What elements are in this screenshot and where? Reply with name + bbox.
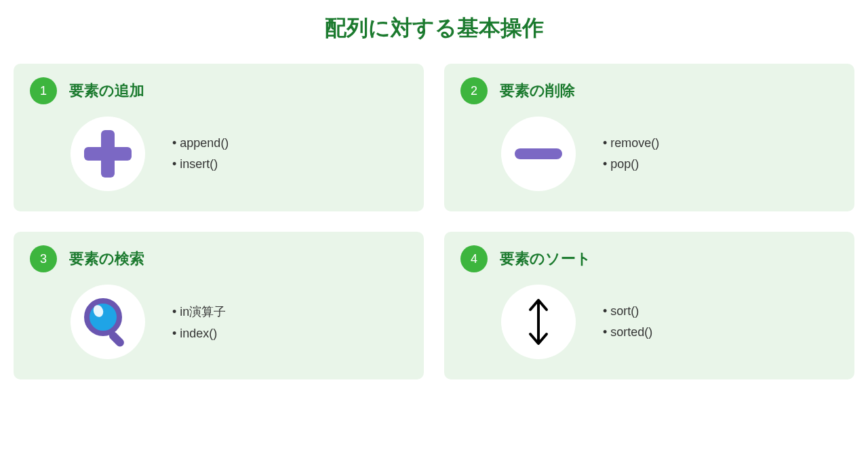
card-number-badge: 3 xyxy=(30,245,57,272)
svg-point-0 xyxy=(87,301,119,333)
card-header: 1 要素の追加 xyxy=(30,77,408,104)
card-title: 要素の検索 xyxy=(69,249,144,269)
card-body: in演算子 index() xyxy=(30,285,408,359)
bullet-item: pop() xyxy=(603,157,659,171)
bullet-item: index() xyxy=(172,327,226,341)
minus-icon xyxy=(501,117,576,191)
bullet-list: in演算子 index() xyxy=(172,304,226,341)
bullet-list: remove() pop() xyxy=(603,136,659,171)
bullet-item: remove() xyxy=(603,136,659,150)
search-icon xyxy=(71,285,145,359)
bullet-item: in演算子 xyxy=(172,304,226,320)
card-header: 2 要素の削除 xyxy=(460,77,838,104)
cards-grid: 1 要素の追加 append() insert() 2 要素の削除 remove… xyxy=(7,64,861,379)
card-remove: 2 要素の削除 remove() pop() xyxy=(444,64,854,211)
page-title: 配列に対する基本操作 xyxy=(7,14,861,43)
card-body: sort() sorted() xyxy=(460,285,838,359)
card-title: 要素の追加 xyxy=(69,81,144,101)
bullet-list: sort() sorted() xyxy=(603,304,652,339)
sort-arrows-icon xyxy=(501,285,576,359)
card-number-badge: 4 xyxy=(460,245,488,272)
bullet-item: append() xyxy=(172,136,229,150)
bullet-item: insert() xyxy=(172,157,229,171)
bullet-item: sorted() xyxy=(603,325,652,339)
card-search: 3 要素の検索 in演算子 index() xyxy=(14,232,424,379)
bullet-list: append() insert() xyxy=(172,136,229,171)
card-title: 要素のソート xyxy=(500,249,591,269)
card-number-badge: 1 xyxy=(30,77,57,104)
card-title: 要素の削除 xyxy=(500,81,575,101)
plus-icon xyxy=(71,117,145,191)
card-header: 3 要素の検索 xyxy=(30,245,408,272)
card-add: 1 要素の追加 append() insert() xyxy=(14,64,424,211)
card-body: append() insert() xyxy=(30,117,408,191)
card-body: remove() pop() xyxy=(460,117,838,191)
card-number-badge: 2 xyxy=(460,77,488,104)
card-sort: 4 要素のソート sort() sorted() xyxy=(444,232,854,379)
card-header: 4 要素のソート xyxy=(460,245,838,272)
bullet-item: sort() xyxy=(603,304,652,318)
